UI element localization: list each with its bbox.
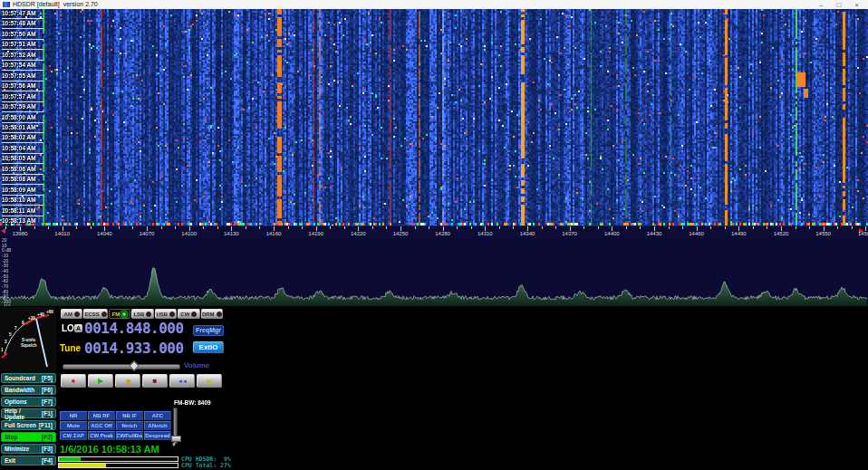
pause-button[interactable]: ▮▮ — [115, 374, 140, 388]
sidebar-button-key: [F3] — [42, 446, 53, 452]
dsp-button-nb-if[interactable]: NB IF — [116, 411, 143, 420]
freq-tick — [246, 226, 246, 229]
dsp-button-cw-peak[interactable]: CW Peak — [88, 431, 115, 440]
waterfall-timestamp: 10:58:11 AM — [2, 206, 43, 216]
dsp-button-afc[interactable]: AFC — [144, 411, 171, 420]
s-meter[interactable]: 1 3 5 7 9 +20 +40 +60 S-units Squelch — [0, 307, 56, 371]
dsp-button-nb-rf[interactable]: NB RF — [88, 411, 115, 420]
freq-tick-label: 14490 — [731, 231, 747, 236]
freq-tick — [386, 226, 387, 229]
freq-tick-label: 14250 — [393, 231, 409, 236]
app-icon — [3, 2, 10, 7]
freq-tick-label: 14520 — [774, 231, 789, 236]
cpu-hdsdr-bar — [58, 456, 178, 462]
lo-frequency-display[interactable]: 0014.848.000 — [84, 320, 184, 337]
minimize-button[interactable]: – — [819, 1, 823, 9]
freq-tick — [767, 226, 767, 229]
dsp-button-cw-zap[interactable]: CW ZAP — [60, 431, 87, 440]
transport-buttons: ●▶▮▮■◄◄∞ — [61, 374, 222, 388]
volume-slider-thumb[interactable] — [130, 360, 140, 370]
stop-button[interactable]: ■ — [142, 374, 168, 388]
tune-label: Tune — [60, 343, 81, 353]
freq-tick — [796, 226, 796, 229]
mode-button-am[interactable]: AM — [61, 309, 82, 319]
waterfall-timestamp: 10:57:47 AM — [2, 9, 43, 19]
dsp-button-cwfullbw[interactable]: CWFullBw — [116, 431, 143, 440]
close-button[interactable]: × — [854, 1, 859, 9]
freq-tick — [175, 226, 176, 229]
mode-button-cw[interactable]: CW — [178, 309, 199, 319]
sidebar-button-minimize[interactable]: Minimize[F3] — [1, 444, 56, 454]
rewind-button[interactable]: ◄◄ — [169, 374, 195, 388]
sidebar-button-label: Soundcard — [5, 375, 35, 381]
mode-led-icon — [146, 312, 151, 317]
mode-led-icon — [101, 312, 107, 317]
waterfall-timestamp: 10:57:52 AM — [2, 51, 43, 61]
mode-led-icon — [74, 312, 80, 317]
band-edge-marker-left — [1, 228, 5, 234]
pause-icon: ▮▮ — [126, 378, 130, 385]
freq-tick — [161, 226, 162, 229]
loop-button[interactable]: ∞ — [197, 374, 222, 388]
rf-waterfall-canvas[interactable] — [0, 9, 868, 225]
sidebar-button-options[interactable]: Options[F7] — [1, 397, 56, 407]
dsp-button-notch[interactable]: Notch — [116, 421, 143, 430]
freq-tick-label: 14550 — [815, 231, 831, 236]
waterfall-timestamp: 10:58:06 AM — [2, 165, 43, 175]
sidebar-button-exit[interactable]: Exit[F4] — [1, 456, 56, 465]
volume-slider[interactable] — [63, 364, 180, 369]
sidebar-button-full-screen[interactable]: Full Screen[F11] — [1, 420, 56, 430]
waterfall-timestamps: 10:57:47 AM10:57:48 AM10:57:50 AM10:57:5… — [2, 9, 56, 225]
freqmgr-button[interactable]: FreqMgr — [193, 325, 224, 336]
sidebar-button-label: Exit — [5, 457, 15, 464]
sidebar-button-stop[interactable]: Stop[F2] — [1, 432, 56, 442]
tune-frequency-display[interactable]: 0014.933.000 — [84, 340, 184, 357]
sidebar-button-help-update[interactable]: Help / Update[F1] — [1, 408, 56, 418]
mode-button-drm[interactable]: DRM — [201, 309, 223, 319]
lo-ab-toggle[interactable]: A — [74, 324, 82, 332]
record-icon: ● — [72, 378, 76, 385]
fm-bandwidth-slider[interactable] — [173, 408, 178, 444]
freq-tick — [710, 226, 711, 229]
mode-button-ecss[interactable]: ECSS — [83, 309, 107, 319]
sidebar-button-bandwidth[interactable]: Bandwidth[F6] — [1, 385, 56, 395]
cpu-total-label: CPU Total: 27% — [181, 462, 231, 469]
mode-label: ECSS — [84, 312, 99, 317]
fm-bandwidth-arrow-icon: ▼ — [171, 442, 177, 447]
mode-button-fm[interactable]: FM — [109, 309, 130, 319]
play-button[interactable]: ▶ — [88, 374, 113, 388]
mode-button-usb[interactable]: USB — [155, 309, 177, 319]
rf-frequency-scale[interactable]: 1398014010140401407014100141301416014190… — [0, 225, 868, 238]
dsp-button-mute[interactable]: Mute — [60, 421, 87, 430]
title-bar: HDSDR [default] version 2.70 – □ × — [0, 0, 868, 9]
dsp-button-despread[interactable]: Despread — [144, 431, 171, 440]
lo-label: LO — [62, 323, 74, 333]
maximize-button[interactable]: □ — [836, 1, 841, 9]
mode-label: LSB — [133, 312, 144, 317]
mode-button-row: AMECSSFMLSBUSBCWDRM — [61, 309, 223, 319]
sidebar-button-key: [F6] — [42, 387, 53, 393]
freq-tick — [852, 226, 853, 229]
receiver-panel: AMECSSFMLSBUSBCWDRM LO A 0014.848.000 Fr… — [56, 306, 227, 470]
freq-tick-label: 14100 — [181, 231, 197, 236]
dsp-button-nr[interactable]: NR — [60, 411, 87, 420]
mode-led-icon — [169, 312, 175, 317]
sidebar-button-soundcard[interactable]: Soundcard[F5] — [1, 373, 56, 383]
waterfall-timestamp: 10:57:51 AM — [2, 40, 43, 50]
mode-label: USB — [157, 312, 169, 317]
s-meter-tick: +40 — [37, 312, 44, 317]
freq-tick — [76, 226, 77, 229]
dsp-button-agc-off[interactable]: AGC Off — [88, 421, 115, 430]
fm-bandwidth-slider-thumb[interactable] — [171, 436, 181, 442]
extio-button[interactable]: ExtIO — [193, 341, 224, 353]
mode-button-lsb[interactable]: LSB — [131, 309, 153, 319]
freq-tick-label: 14280 — [435, 231, 450, 236]
record-button[interactable]: ● — [61, 374, 86, 388]
waterfall-timestamp: 10:58:10 AM — [2, 196, 43, 206]
sidebar-button-label: Stop — [5, 434, 17, 440]
sidebar-button-key: [F1] — [42, 410, 53, 417]
freq-tick-label: 14430 — [647, 231, 662, 236]
dsp-button-anotch[interactable]: ANotch — [144, 421, 171, 430]
waterfall-timestamp: 10:58:02 AM — [2, 133, 43, 143]
rf-spectrum-canvas[interactable] — [0, 237, 868, 306]
